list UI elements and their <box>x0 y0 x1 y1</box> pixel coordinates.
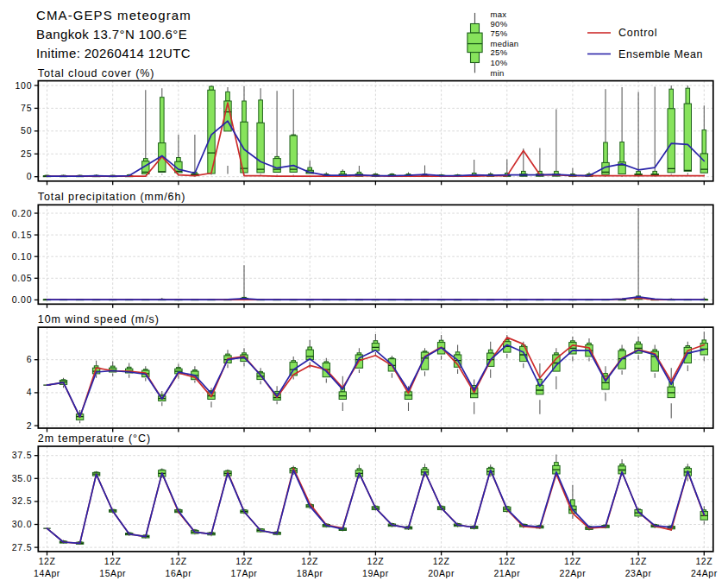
svg-text:2: 2 <box>27 420 33 431</box>
svg-text:Total precipitation (mm/6h): Total precipitation (mm/6h) <box>38 191 186 203</box>
svg-text:20Apr: 20Apr <box>428 568 455 578</box>
svg-text:CMA-GEPS meteogram: CMA-GEPS meteogram <box>36 8 191 22</box>
svg-text:18Apr: 18Apr <box>297 568 323 578</box>
svg-text:Ensemble Mean: Ensemble Mean <box>618 48 703 60</box>
svg-text:Initime: 20260414 12UTC: Initime: 20260414 12UTC <box>36 46 191 60</box>
svg-text:30.0: 30.0 <box>12 519 33 529</box>
svg-text:0.00: 0.00 <box>12 294 33 305</box>
svg-text:10m wind speed (m/s): 10m wind speed (m/s) <box>38 313 160 325</box>
svg-text:max: max <box>491 9 507 19</box>
svg-text:12Z: 12Z <box>695 556 712 566</box>
svg-text:12Z: 12Z <box>104 556 122 566</box>
svg-text:12Z: 12Z <box>367 556 385 566</box>
svg-text:12Z: 12Z <box>630 556 647 566</box>
svg-text:Control: Control <box>618 27 657 39</box>
svg-text:16Apr: 16Apr <box>166 568 192 578</box>
svg-text:0.15: 0.15 <box>12 230 33 240</box>
svg-text:25%: 25% <box>491 47 508 57</box>
svg-text:25: 25 <box>21 148 32 159</box>
svg-text:min: min <box>491 68 505 78</box>
svg-text:0.20: 0.20 <box>12 208 33 218</box>
svg-text:24Apr: 24Apr <box>691 568 718 578</box>
svg-text:0.05: 0.05 <box>12 273 33 283</box>
svg-text:19Apr: 19Apr <box>362 568 389 578</box>
svg-text:75: 75 <box>21 103 32 113</box>
svg-text:4: 4 <box>27 387 33 397</box>
svg-text:22Apr: 22Apr <box>560 568 587 578</box>
svg-text:10%: 10% <box>491 58 508 67</box>
svg-text:23Apr: 23Apr <box>625 568 652 578</box>
svg-text:37.5: 37.5 <box>12 450 33 460</box>
svg-text:90%: 90% <box>491 19 508 28</box>
svg-text:14Apr: 14Apr <box>34 568 60 578</box>
svg-text:Total cloud cover (%): Total cloud cover (%) <box>38 67 155 79</box>
svg-text:6: 6 <box>27 354 33 364</box>
svg-text:0.10: 0.10 <box>12 251 33 262</box>
svg-text:12Z: 12Z <box>39 556 56 566</box>
svg-text:27.5: 27.5 <box>12 542 33 552</box>
svg-text:12Z: 12Z <box>499 556 516 566</box>
svg-text:100: 100 <box>15 80 32 91</box>
svg-text:32.5: 32.5 <box>12 495 33 506</box>
svg-text:15Apr: 15Apr <box>99 568 126 578</box>
svg-text:12Z: 12Z <box>564 556 581 566</box>
svg-text:12Z: 12Z <box>170 556 187 566</box>
svg-text:12Z: 12Z <box>301 556 318 566</box>
svg-text:12Z: 12Z <box>235 556 253 566</box>
svg-text:2m temperature (°C): 2m temperature (°C) <box>38 432 151 445</box>
svg-text:median: median <box>491 39 519 48</box>
svg-text:35.0: 35.0 <box>12 473 33 483</box>
svg-text:50: 50 <box>21 125 32 136</box>
svg-text:75%: 75% <box>491 28 508 38</box>
svg-text:0: 0 <box>27 171 33 181</box>
svg-text:21Apr: 21Apr <box>493 568 520 578</box>
svg-text:Bangkok 13.7°N 100.6°E: Bangkok 13.7°N 100.6°E <box>36 27 187 41</box>
svg-text:17Apr: 17Apr <box>231 568 258 578</box>
svg-text:12Z: 12Z <box>433 556 450 566</box>
